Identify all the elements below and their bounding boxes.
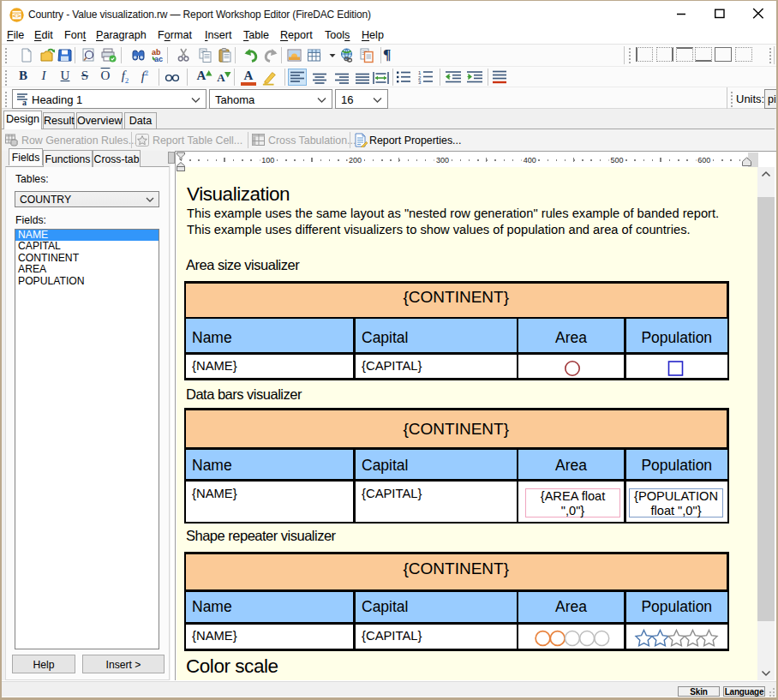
svg-text:3: 3 <box>418 80 422 84</box>
svg-text:ac: ac <box>154 55 163 63</box>
svg-text:a: a <box>22 98 27 107</box>
svg-text:<>: <> <box>13 12 21 20</box>
